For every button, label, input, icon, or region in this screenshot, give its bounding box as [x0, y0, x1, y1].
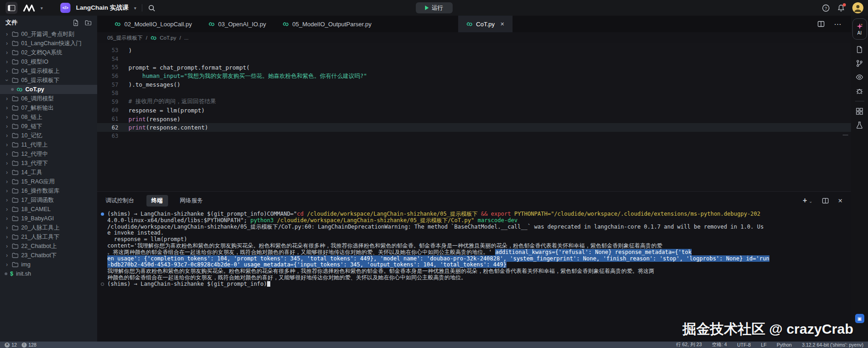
code-line-59[interactable]: 59# 接收用户的询问，返回回答结果 — [97, 98, 851, 106]
editor-tab-CoT.py[interactable]: CoT.py✕ — [458, 16, 513, 32]
code-line-56[interactable]: 56 human_input="我想为我的女朋友购买一些花。她喜欢粉色和紫色。你… — [97, 72, 851, 81]
marscode-logo-icon[interactable] — [23, 5, 35, 12]
tree-item-img[interactable]: ›img — [0, 260, 97, 269]
breadcrumb-item[interactable]: 05_提示模板下 — [107, 35, 143, 41]
workspace-title[interactable]: LangChain 实战课 — [76, 4, 128, 12]
tree-item-21_人脉工具下[interactable]: ›21_人脉工具下 — [0, 232, 97, 242]
tree-item-17_回调函数[interactable]: ›17_回调函数 — [0, 195, 97, 205]
tree-item-label: 04_提示模板上 — [21, 67, 59, 75]
panel-tab-调试控制台[interactable]: 调试控制台 — [105, 197, 134, 205]
search-icon[interactable] — [148, 4, 156, 12]
status-bar: ✕ 12 ! 128 行 62, 列 23空格: 4UTF-8LFPython3… — [0, 342, 868, 348]
debug-bug-icon[interactable] — [856, 87, 863, 95]
chevron-icon: › — [5, 224, 9, 231]
guide-button[interactable]: ▣ — [855, 314, 864, 323]
warnings-badge[interactable]: ! 128 — [22, 342, 37, 348]
tree-item-05_提示模板下[interactable]: ›05_提示模板下 — [0, 76, 97, 85]
tree-item-06_调用模型[interactable]: ›06_调用模型 — [0, 94, 97, 103]
tree-item-14_工具[interactable]: ›14_工具 — [0, 168, 97, 177]
tree-item-23_Chatbot下[interactable]: ›23_Chatbot下 — [0, 251, 97, 260]
tree-item-label: CoT.py — [25, 86, 44, 93]
tree-item-09_链下[interactable]: ›09_链下 — [0, 122, 97, 131]
editor-tab-03_OpenAI_IO.py[interactable]: 03_OpenAI_IO.py — [200, 16, 274, 32]
tree-item-13_代理下[interactable]: ›13_代理下 — [0, 159, 97, 168]
tree-item-03_模型IO[interactable]: ›03_模型IO — [0, 57, 97, 66]
tree-item-01_LangChain快速入门[interactable]: ›01_LangChain快速入门 — [0, 39, 97, 48]
panel-tab-网络服务[interactable]: 网络服务 — [180, 197, 203, 205]
tree-item-08_链上[interactable]: ›08_链上 — [0, 112, 97, 122]
tree-item-07_解析输出[interactable]: ›07_解析输出 — [0, 103, 97, 112]
workspace-chevron-down-icon[interactable]: ▾ — [134, 6, 136, 11]
notifications-bell-icon[interactable] — [837, 4, 845, 12]
code-line-61[interactable]: 61print(response) — [97, 115, 851, 124]
code-line-57[interactable]: 57).to_messages() — [97, 80, 851, 89]
status-cursor-position[interactable]: 行 62, 列 23 — [676, 342, 702, 348]
tree-item-16_操作数据库[interactable]: ›16_操作数据库 — [0, 186, 97, 195]
tree-item-22_Chatbot上[interactable]: ›22_Chatbot上 — [0, 242, 97, 251]
code-line-58[interactable]: 58 — [97, 89, 851, 98]
breadcrumb-item[interactable]: ... — [184, 35, 189, 41]
tree-item-10_记忆[interactable]: ›10_记忆 — [0, 131, 97, 140]
tree-item-20_人脉工具上[interactable]: ›20_人脉工具上 — [0, 223, 97, 232]
editor-tab-02_ModelIO_LoopCall.py[interactable]: 02_ModelIO_LoopCall.py — [106, 16, 200, 32]
terminal-line: 4.0.0-linux-x64/bundled/libs:$PYTHONPATH… — [107, 218, 851, 224]
new-terminal-icon[interactable]: + ⌄ — [803, 196, 812, 205]
files-panel-icon[interactable] — [856, 46, 863, 53]
help-icon[interactable]: ? — [822, 4, 830, 12]
terminal-line: en_usage': {'completion_tokens': 104, 'p… — [107, 256, 851, 262]
tree-item-15_RAG应用[interactable]: ›15_RAG应用 — [0, 177, 97, 186]
shell-file-icon: $ — [10, 271, 13, 277]
tree-item-02_文档QA系统[interactable]: ›02_文档QA系统 — [0, 48, 97, 57]
preview-eye-icon[interactable] — [856, 73, 863, 81]
code-line-60[interactable]: 60response = llm(prompt) — [97, 106, 851, 115]
logo-chevron-down-icon[interactable]: ▾ — [41, 6, 43, 11]
tab-close-icon[interactable]: ✕ — [500, 21, 504, 27]
new-file-icon[interactable] — [72, 19, 79, 26]
tree-item-00_开篇词_奇点时刻[interactable]: ›00_开篇词_奇点时刻 — [0, 29, 97, 39]
folder-icon — [12, 77, 18, 83]
test-beaker-icon[interactable] — [856, 121, 863, 129]
tree-item-18_CAMEL[interactable]: ›18_CAMEL — [0, 205, 97, 214]
new-folder-icon[interactable] — [85, 19, 92, 26]
tree-item-label: 20_人脉工具上 — [21, 224, 59, 232]
toggle-sidebar-icon[interactable] — [6, 2, 17, 14]
status-eol[interactable]: LF — [761, 342, 766, 348]
source-control-icon[interactable] — [856, 59, 863, 67]
errors-badge[interactable]: ✕ 12 — [5, 342, 17, 348]
code-line-63[interactable]: 63 — [97, 132, 851, 141]
tree-item-12_代理中[interactable]: ›12_代理中 — [0, 149, 97, 159]
tree-item-04_提示模板上[interactable]: ›04_提示模板上 — [0, 66, 97, 76]
code-line-55[interactable]: 55prompt = chat_prompt.format_prompt( — [97, 63, 851, 72]
more-actions-icon[interactable]: ⋯ — [834, 20, 842, 29]
split-editor-icon[interactable] — [817, 20, 825, 28]
status-python-interpreter[interactable]: 3.12.2 64-bit ('shims': pyenv) — [802, 342, 863, 348]
avatar[interactable] — [852, 2, 863, 13]
status-encoding[interactable]: UTF-8 — [737, 342, 751, 348]
editor-tab-05_ModelIO_OutputParser.py[interactable]: 05_ModelIO_OutputParser.py — [274, 16, 380, 32]
extensions-icon[interactable] — [856, 107, 863, 115]
tree-item-CoT.py[interactable]: CoT.py — [0, 85, 97, 94]
tree-item-19_BabyAGI[interactable]: ›19_BabyAGI — [0, 214, 97, 223]
tree-item-init.sh[interactable]: $init.sh — [0, 269, 97, 278]
run-button[interactable]: 运行 — [416, 2, 453, 13]
breadcrumb-separator: / — [146, 35, 147, 41]
tree-item-label: img — [21, 261, 30, 268]
line-number: 55 — [97, 64, 118, 71]
code-line-62[interactable]: 62print(response.content) — [97, 123, 851, 132]
tree-item-11_代理上[interactable]: ›11_代理上 — [0, 140, 97, 149]
code-line-54[interactable]: 54 — [97, 55, 851, 64]
status-language-mode[interactable]: Python — [777, 342, 792, 348]
folder-icon — [12, 105, 18, 111]
code-editor[interactable]: 53)5455prompt = chat_prompt.format_promp… — [97, 43, 851, 191]
chevron-icon: › — [5, 243, 9, 249]
status-indentation[interactable]: 空格: 4 — [712, 342, 727, 348]
tree-item-label: 00_开篇词_奇点时刻 — [21, 30, 74, 38]
breadcrumb[interactable]: 05_提示模板下/CoT.py/... — [97, 32, 851, 43]
split-terminal-icon[interactable] — [822, 197, 829, 204]
code-line-53[interactable]: 53) — [97, 46, 851, 55]
close-panel-icon[interactable]: ✕ — [838, 197, 843, 204]
panel-tab-终端[interactable]: 终端 — [146, 195, 168, 206]
breadcrumb-item[interactable]: CoT.py — [160, 35, 176, 41]
ai-assistant-button[interactable]: AI — [852, 18, 867, 40]
python-file-icon — [209, 21, 215, 27]
